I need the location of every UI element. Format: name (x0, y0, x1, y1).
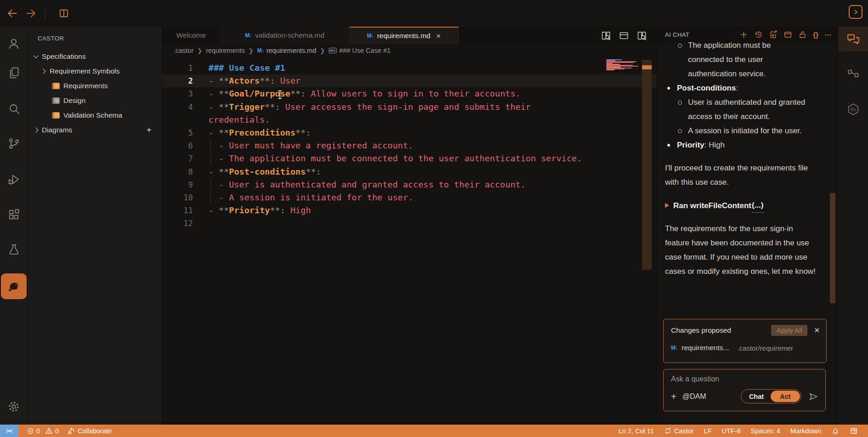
export-file-icon[interactable] (769, 30, 778, 39)
chevron-right-icon: ❯ (320, 47, 325, 54)
code-line[interactable]: 11- **Priority**: High (162, 204, 656, 217)
tab-validation-schema[interactable]: M↓ validation-schema.md (220, 27, 349, 44)
breadcrumb-folder[interactable]: .castor (174, 47, 194, 54)
cursor-position[interactable]: Ln 2, Col 11 (619, 427, 654, 435)
tree-item-requirements[interactable]: Requirements (28, 79, 162, 93)
close-icon[interactable]: ✕ (814, 326, 820, 335)
line-number: 11 (162, 204, 202, 217)
line-number: 1 (162, 62, 202, 74)
chat-scrollbar[interactable] (830, 193, 835, 303)
code-line[interactable]: 4- **Trigger**: User accesses the sign-i… (162, 101, 656, 114)
account-icon[interactable] (0, 37, 28, 51)
code-line[interactable]: 3- **Goal/Purpose**: Allow users to sign… (162, 87, 656, 100)
tree-item-validation-schema[interactable]: Validation Schema (28, 108, 162, 123)
open-preview-icon[interactable] (601, 30, 611, 41)
mode-act-option[interactable]: Act (771, 391, 800, 402)
mention-dam-button[interactable]: @DAM (682, 392, 706, 401)
run-debug-icon[interactable] (0, 173, 28, 186)
markdown-file-icon: M↓ (257, 47, 264, 54)
close-tab-icon[interactable]: ✕ (436, 33, 441, 40)
remote-indicator[interactable]: >< (0, 425, 18, 437)
error-icon (27, 427, 34, 435)
code-line[interactable]: 8- **Post-conditions**: (162, 165, 656, 178)
layout-columns-icon[interactable] (58, 8, 69, 19)
code-line[interactable]: 1### Use Case #1 (162, 62, 656, 74)
extensions-icon[interactable] (0, 208, 28, 221)
chat-message-area[interactable]: The application must be connected to the… (665, 42, 827, 300)
indentation-indicator[interactable]: Spaces: 4 (751, 427, 781, 435)
code-line[interactable]: credentials. (162, 114, 656, 126)
tree-item-design[interactable]: Design (28, 93, 162, 108)
changed-file-name[interactable]: requirements... (682, 344, 729, 352)
code-line[interactable]: 2- **Actors**: User (162, 74, 656, 87)
tree-item-specifications[interactable]: Specifications (28, 49, 162, 64)
new-chat-icon[interactable] (739, 30, 748, 39)
code-line[interactable]: 6 - User must have a registered account. (162, 139, 656, 152)
layout-panel-icon[interactable] (850, 427, 858, 435)
line-number: 7 (162, 152, 202, 165)
chat-sub: User is authenticated and granted access… (665, 95, 813, 124)
panel-title: AI CHAT (665, 31, 689, 38)
notifications-bell-icon[interactable] (831, 427, 840, 435)
status-bar: >< 0 0 Collaborate Ln 2, Col 11 Castor L… (0, 425, 868, 437)
apply-all-button[interactable]: Apply All (771, 325, 808, 336)
settings-gear-icon[interactable] (0, 400, 28, 414)
chat-act-toggle[interactable]: Chat Act (741, 389, 801, 403)
encoding-indicator[interactable]: UTF-8 (722, 427, 741, 435)
search-icon[interactable] (0, 102, 28, 115)
code-line[interactable]: 9 - User is authenticated and granted ac… (162, 178, 656, 191)
code-line[interactable]: 12 (162, 217, 656, 230)
history-icon[interactable] (754, 30, 763, 39)
language-mode[interactable]: Markdown (790, 427, 821, 435)
back-arrow-icon[interactable] (6, 7, 18, 19)
tab-requirements-active[interactable]: M↓ requirements.md ✕ (349, 27, 459, 44)
castor-extension-icon[interactable] (1, 273, 27, 299)
send-icon[interactable] (808, 391, 819, 402)
code-text: - **Preconditions**: (209, 126, 311, 139)
chat-tool[interactable]: Ran writeFileContent(...) (665, 198, 827, 213)
panel-toggle-chevron-icon[interactable] (849, 5, 862, 19)
changed-file-row[interactable]: M↓ requirements... .castor/requiremer (671, 344, 820, 352)
attach-plus-icon[interactable]: + (671, 392, 676, 401)
hex-0x-icon[interactable]: 0x (838, 102, 868, 116)
add-diagram-button[interactable]: + (147, 125, 152, 135)
book-icon (52, 97, 60, 104)
breadcrumb-folder[interactable]: requirements (206, 47, 245, 54)
mode-chat-option[interactable]: Chat (742, 393, 771, 400)
code-line[interactable]: 10 - A session is initiated for the user… (162, 191, 656, 204)
unlock-icon[interactable] (798, 30, 807, 39)
split-editor-icon[interactable] (619, 30, 629, 41)
chat-input-placeholder[interactable]: Ask a question (671, 375, 819, 383)
problems-indicator[interactable]: 0 0 (27, 427, 59, 435)
chat-bubbles-icon[interactable] (838, 27, 868, 51)
tree-item-requirement-symbols[interactable]: Requirement Symbols (28, 64, 162, 79)
forward-arrow-icon[interactable] (25, 7, 37, 19)
chat-main: Post-conditions: (665, 81, 827, 95)
eol-indicator[interactable]: LF (704, 427, 712, 435)
workflow-icon[interactable] (838, 67, 868, 80)
indent-guide (210, 140, 211, 151)
source-control-icon[interactable] (0, 137, 28, 150)
open-preview-side-icon[interactable] (637, 30, 647, 41)
braces-icon[interactable]: {} (813, 31, 818, 38)
collaborate-button[interactable]: Collaborate (67, 427, 112, 435)
minimap[interactable] (606, 59, 641, 70)
code-line[interactable]: 7 - The application must be connected to… (162, 152, 656, 165)
more-actions-icon[interactable]: ⋯ (824, 31, 831, 38)
code-line[interactable]: 5- **Preconditions**: (162, 126, 656, 139)
sync-branch-item[interactable]: Castor (664, 427, 694, 435)
sidebar-explorer: CASTOR Specifications Requirement Symbol… (28, 27, 162, 425)
breadcrumb-symbol[interactable]: abc ### Use Case #1 (329, 47, 391, 54)
tree-item-diagrams[interactable]: Diagrams + (28, 123, 162, 137)
breadcrumb-file[interactable]: M↓ requirements.md (257, 47, 316, 54)
editor-scrollbar[interactable] (642, 60, 652, 270)
chat-para: The requirements for the user sign-in fe… (665, 221, 819, 278)
code-editor[interactable]: 1### Use Case #12- **Actors**: User3- **… (162, 57, 656, 425)
line-number: 8 (162, 165, 202, 178)
layout-panel-icon[interactable] (783, 30, 792, 39)
testing-beaker-icon[interactable] (0, 243, 28, 256)
explorer-files-icon[interactable] (0, 66, 28, 79)
line-number: 2 (162, 74, 202, 87)
tab-welcome[interactable]: Welcome (162, 27, 220, 44)
chat-input-box[interactable]: Ask a question + @DAM Chat Act (663, 369, 826, 411)
